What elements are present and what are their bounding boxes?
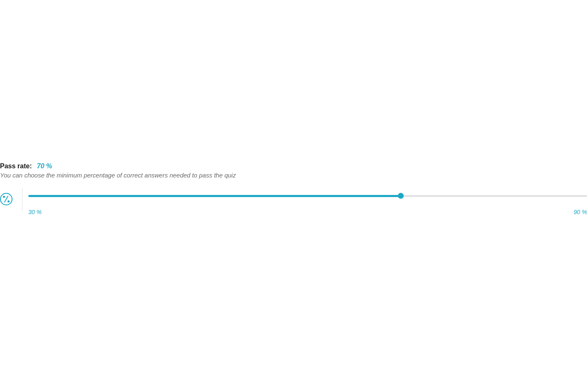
pass-rate-slider[interactable] bbox=[28, 193, 587, 199]
slider-labels: 30 % 90 % bbox=[28, 209, 587, 215]
pass-rate-value: 70 % bbox=[37, 162, 52, 170]
slider-min-label: 30 % bbox=[28, 209, 42, 215]
pass-rate-label: Pass rate: bbox=[0, 162, 32, 170]
slider-track-fill bbox=[28, 195, 401, 197]
slider-column: 30 % 90 % bbox=[22, 193, 587, 215]
icon-column bbox=[0, 193, 22, 205]
percent-icon bbox=[0, 193, 12, 205]
slider-thumb[interactable] bbox=[398, 193, 404, 199]
pass-rate-description: You can choose the minimum percentage of… bbox=[0, 172, 587, 179]
pass-rate-section: Pass rate: 70 % You can choose the minim… bbox=[0, 162, 587, 215]
slider-section: 30 % 90 % bbox=[0, 193, 587, 215]
pass-rate-header: Pass rate: 70 % bbox=[0, 162, 587, 170]
slider-max-label: 90 % bbox=[574, 209, 587, 215]
